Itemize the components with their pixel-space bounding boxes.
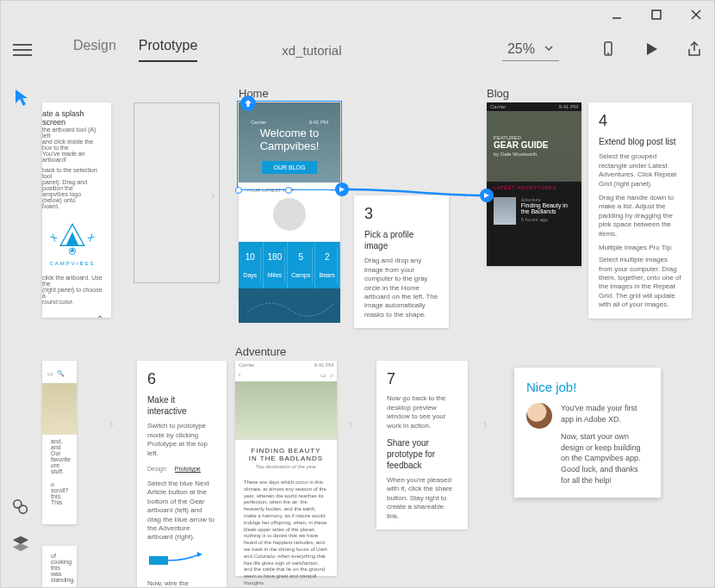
svg-marker-8 xyxy=(16,90,28,106)
assets-icon[interactable] xyxy=(11,498,32,518)
tutorial-card-7[interactable]: 7 Now go back to the desktop preview win… xyxy=(376,361,468,529)
step-number: 4 xyxy=(599,111,681,131)
prototype-connector-target[interactable] xyxy=(480,189,494,202)
artboard-adventure[interactable]: Carrier9:41 PM ‹▭⌕ FINDING BEAUTY IN THE… xyxy=(235,361,337,576)
selection-handle[interactable] xyxy=(285,187,292,194)
card-title: ate a splash screen xyxy=(42,109,103,127)
stats-row: 10Days 180Miles 5Camps 2Bears xyxy=(239,242,340,288)
document-title[interactable]: xd_tutorial xyxy=(282,43,341,58)
adventure-hero-image xyxy=(235,381,337,440)
selection-handle[interactable] xyxy=(235,187,242,194)
tutorial-card-4[interactable]: 4 Extend blog post list Select the group… xyxy=(588,102,692,319)
tutorial-card-3[interactable]: 3 Pick a profile image Drag and drop any… xyxy=(354,195,449,328)
nice-job-card[interactable]: Nice job! You've made your first app in … xyxy=(514,368,661,498)
blog-list-item[interactable]: Adventure Finding Beauty in the Badlands… xyxy=(487,194,581,228)
our-blog-button[interactable]: OUR BLOG xyxy=(262,161,318,174)
tutorial-card-splash[interactable]: ate a splash screen the artboard tool (A… xyxy=(42,102,111,318)
chevron-down-icon xyxy=(544,41,554,57)
step-number: 7 xyxy=(387,369,457,389)
left-toolstrip xyxy=(1,78,42,587)
search-icon[interactable]: ⌕ xyxy=(330,372,333,379)
tab-prototype[interactable]: Prototype xyxy=(139,38,197,62)
main-toolbar: Design Prototype xd_tutorial 25% xyxy=(1,30,714,70)
svg-marker-11 xyxy=(13,536,28,544)
svg-rect-23 xyxy=(149,556,168,565)
nav-arrow-icon: › xyxy=(211,189,215,202)
empty-artboard[interactable] xyxy=(134,102,220,283)
svg-marker-24 xyxy=(197,552,202,557)
layers-icon[interactable] xyxy=(11,534,32,554)
blog-thumb xyxy=(494,197,516,225)
artboard-blog[interactable]: Carrier9:41 PM FEATURED GEAR GUIDE by Da… xyxy=(487,102,581,266)
device-preview-icon[interactable] xyxy=(600,41,616,59)
avatar xyxy=(526,403,552,429)
canvas[interactable]: ate a splash screen the artboard tool (A… xyxy=(42,77,714,587)
tab-design[interactable]: Design xyxy=(73,38,116,62)
tutorial-card-6[interactable]: 6 Make it interactive Switch to prototyp… xyxy=(137,361,227,588)
artboard-label-blog[interactable]: Blog xyxy=(487,87,509,100)
svg-marker-6 xyxy=(647,43,657,55)
select-tool[interactable] xyxy=(11,87,32,108)
card-title: Share your prototype for feedback xyxy=(387,437,457,471)
artboard-home[interactable]: Carrier9:41 PM Welcome to Campvibes! OUR… xyxy=(239,102,340,299)
step-number: 3 xyxy=(364,204,438,224)
nice-job-heading: Nice job! xyxy=(526,380,649,394)
partial-card-bottom[interactable]: of cooking this was standing. xyxy=(42,546,77,588)
home-start-badge[interactable] xyxy=(240,96,256,111)
wire-illustration-icon xyxy=(147,549,216,573)
zoom-dropdown[interactable]: 25% xyxy=(502,40,559,61)
close-button[interactable] xyxy=(688,8,704,24)
card-title: Make it interactive xyxy=(147,394,216,417)
window-titlebar xyxy=(1,1,714,30)
artboard-label-adventure[interactable]: Adventure xyxy=(235,345,286,358)
prototype-connector[interactable] xyxy=(335,183,349,196)
partial-artboard-left[interactable]: ▭🔍 and, and Our favorite ore stuff. o sc… xyxy=(42,361,77,524)
bag-icon: ▭ xyxy=(47,370,53,377)
nav-arrow-icon: › xyxy=(109,417,114,430)
minimize-button[interactable] xyxy=(609,9,625,23)
back-icon[interactable]: ‹ xyxy=(239,372,240,379)
svg-marker-12 xyxy=(13,543,28,551)
svg-rect-1 xyxy=(652,10,661,19)
hamburger-menu[interactable] xyxy=(13,44,32,56)
svg-point-10 xyxy=(19,505,27,513)
campvibes-logo-icon: CAMPVIBES xyxy=(42,218,103,266)
search-icon: 🔍 xyxy=(57,370,65,377)
bag-icon[interactable]: ▭ xyxy=(320,372,326,379)
play-preview-icon[interactable] xyxy=(644,41,659,59)
zoom-value: 25% xyxy=(507,41,535,57)
step-number: 6 xyxy=(147,369,216,389)
profile-image-placeholder[interactable] xyxy=(273,198,306,231)
map-preview xyxy=(239,288,340,323)
nav-arrow-icon: › xyxy=(349,417,353,430)
share-icon[interactable] xyxy=(687,41,702,59)
card-title: Pick a profile image xyxy=(364,229,438,251)
edit-icon[interactable] xyxy=(42,315,103,318)
svg-marker-21 xyxy=(339,187,345,192)
welcome-text: Welcome to xyxy=(247,127,332,139)
nav-arrow-icon: › xyxy=(463,189,467,202)
card-title: Extend blog post list xyxy=(599,136,681,147)
nav-arrow-icon: › xyxy=(483,417,488,430)
svg-marker-14 xyxy=(66,232,79,246)
svg-marker-22 xyxy=(484,193,489,198)
maximize-button[interactable] xyxy=(649,9,664,23)
